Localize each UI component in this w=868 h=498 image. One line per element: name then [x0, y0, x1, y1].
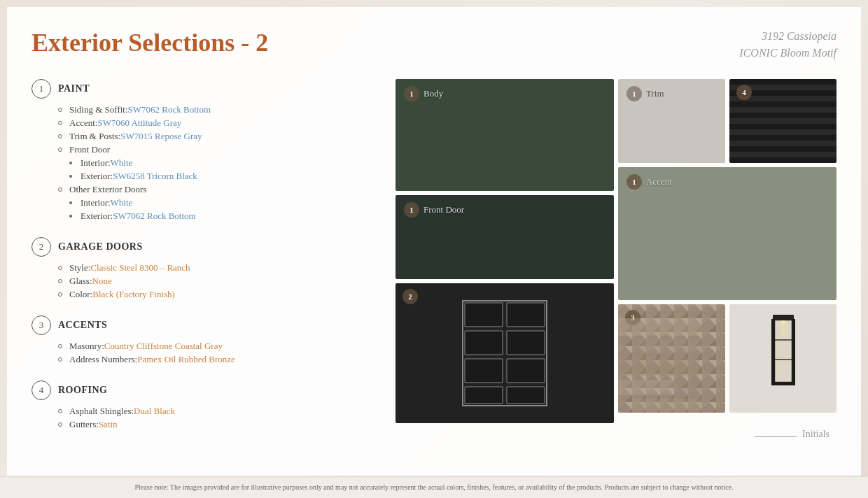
- list-item: Asphalt Shingles: Dual Black: [58, 406, 382, 417]
- roofing-section-header: 4 ROOFING: [31, 380, 382, 400]
- main-content: Exterior Selections - 2 3192 Cassiopeia …: [7, 7, 861, 476]
- footer: Please note: The images provided are for…: [0, 476, 868, 498]
- accents-section: 3 ACCENTS Masonry: Country Cliffstone Co…: [31, 315, 382, 365]
- svg-rect-15: [773, 315, 794, 320]
- bullet-icon: [58, 108, 62, 112]
- svg-point-23: [780, 320, 786, 325]
- list-item: Exterior: SW6258 Tricorn Black: [69, 171, 382, 182]
- body-swatch-name: Body: [424, 88, 443, 99]
- bullet-icon: [58, 148, 62, 152]
- bullet-icon: [58, 279, 62, 283]
- body-swatch-number: 1: [404, 86, 419, 101]
- bullet-icon: [58, 357, 62, 362]
- accents-section-title: ACCENTS: [58, 320, 107, 331]
- list-item: Color: Black (Factory Finish): [58, 289, 382, 300]
- roofing-swatch-badge: 4: [736, 85, 752, 100]
- list-item: Front Door: [58, 144, 382, 155]
- other-doors-subitems: Interior: White Exterior: SW7062 Rock Bo…: [58, 197, 382, 222]
- trim-swatch-name: Trim: [646, 88, 664, 99]
- left-swatches-column: 1 Body 1 Front Door 2: [396, 79, 614, 423]
- garage-door-svg: [459, 297, 550, 409]
- bullet-icon: [58, 422, 62, 427]
- bullet-icon: [58, 266, 62, 270]
- list-item: Style: Classic Steel 8300 – Ranch: [58, 262, 382, 273]
- svg-rect-16: [771, 319, 775, 385]
- accent-swatch: 1 Accent: [618, 167, 836, 300]
- initials-underscore: [755, 436, 797, 437]
- body-swatch-label: 1 Body: [404, 86, 443, 101]
- project-style: ICONIC Bloom Motif: [739, 45, 836, 62]
- front-door-swatch-label: 1 Front Door: [404, 202, 464, 218]
- svg-rect-18: [771, 382, 795, 385]
- swatches-layout: 1 Body 1 Front Door 2: [396, 79, 836, 423]
- front-door-swatch-name: Front Door: [424, 204, 464, 215]
- accent-swatch-name: Accent: [646, 176, 672, 187]
- accent-swatch-label: 1 Accent: [626, 174, 672, 190]
- list-item: Other Exterior Doors: [58, 184, 382, 195]
- accents-section-header: 3 ACCENTS: [31, 315, 382, 335]
- accents-section-number: 3: [31, 315, 51, 335]
- bullet-icon: [58, 344, 62, 348]
- paint-section-number: 1: [31, 79, 51, 99]
- garage-section-title: GARAGE DOORS: [58, 241, 143, 252]
- front-door-swatch-number: 1: [404, 202, 419, 218]
- garage-section-content: Style: Classic Steel 8300 – Ranch Glass:…: [31, 262, 382, 300]
- front-door-subitems: Interior: White Exterior: SW6258 Tricorn…: [58, 157, 382, 182]
- trim-swatch: 1 Trim: [618, 79, 725, 163]
- garage-section-header: 2 GARAGE DOORS: [31, 237, 382, 257]
- front-door-swatch: 1 Front Door: [396, 195, 614, 279]
- paint-section-content: Siding & Soffit: SW7062 Rock Bottom Acce…: [31, 104, 382, 222]
- svg-rect-12: [618, 380, 674, 395]
- list-item: Gutters: Satin: [58, 419, 382, 430]
- bullet-icon: [58, 121, 62, 125]
- content-layout: 1 PAINT Siding & Soffit: SW7062 Rock Bot…: [31, 79, 836, 446]
- list-item: Glass: None: [58, 276, 382, 287]
- bullet-icon: [58, 187, 62, 192]
- bullet-dot-icon: [69, 175, 72, 178]
- list-item: Interior: White: [69, 197, 382, 208]
- roofing-swatch: 4: [729, 79, 836, 163]
- project-info: 3192 Cassiopeia ICONIC Bloom Motif: [739, 28, 836, 62]
- roofing-section-title: ROOFING: [58, 385, 107, 396]
- svg-rect-5: [465, 359, 503, 383]
- svg-rect-1: [465, 303, 503, 327]
- svg-rect-9: [618, 318, 702, 336]
- fixture-swatch: [729, 304, 836, 413]
- project-name: 3192 Cassiopeia: [739, 28, 836, 45]
- roofing-section-content: Asphalt Shingles: Dual Black Gutters: Sa…: [31, 406, 382, 430]
- bullet-icon: [58, 409, 62, 413]
- list-item: Masonry: Country Cliffstone Coastal Gray: [58, 341, 382, 352]
- bullet-dot-icon: [69, 215, 72, 218]
- trim-swatch-number: 1: [626, 86, 642, 101]
- footer-text: Please note: The images provided are for…: [134, 483, 733, 491]
- right-swatches-column: 1 Trim 4 1: [618, 79, 836, 423]
- initials-label: Initials: [802, 429, 830, 439]
- list-item: Exterior: SW7062 Rock Bottom: [69, 211, 382, 222]
- svg-rect-4: [507, 331, 545, 355]
- svg-rect-10: [639, 339, 702, 353]
- svg-rect-11: [622, 357, 699, 376]
- list-item: Trim & Posts: SW7015 Repose Gray: [58, 131, 382, 142]
- stone-svg: [618, 304, 725, 413]
- right-panel: 1 Body 1 Front Door 2: [396, 79, 836, 446]
- svg-rect-6: [507, 359, 545, 383]
- garage-swatch: 2: [396, 283, 614, 423]
- svg-rect-8: [507, 387, 545, 404]
- list-item: Address Numbers: Pamex Oil Rubbed Bronze: [58, 354, 382, 365]
- paint-section: 1 PAINT Siding & Soffit: SW7062 Rock Bot…: [31, 79, 382, 222]
- svg-rect-17: [792, 319, 795, 385]
- svg-rect-14: [632, 399, 702, 411]
- masonry-swatch: 3: [618, 304, 725, 413]
- accents-section-content: Masonry: Country Cliffstone Coastal Gray…: [31, 341, 382, 365]
- list-item: Interior: White: [69, 157, 382, 169]
- fixture-svg: [759, 313, 808, 404]
- svg-rect-3: [465, 331, 503, 355]
- paint-section-title: PAINT: [58, 83, 90, 94]
- left-panel: 1 PAINT Siding & Soffit: SW7062 Rock Bot…: [31, 79, 382, 446]
- bullet-icon: [58, 292, 62, 297]
- paint-section-header: 1 PAINT: [31, 79, 382, 99]
- bullet-dot-icon: [69, 201, 72, 204]
- page-title: Exterior Selections - 2: [31, 28, 268, 57]
- roofing-section-number: 4: [31, 380, 51, 400]
- garage-section-number: 2: [31, 237, 51, 257]
